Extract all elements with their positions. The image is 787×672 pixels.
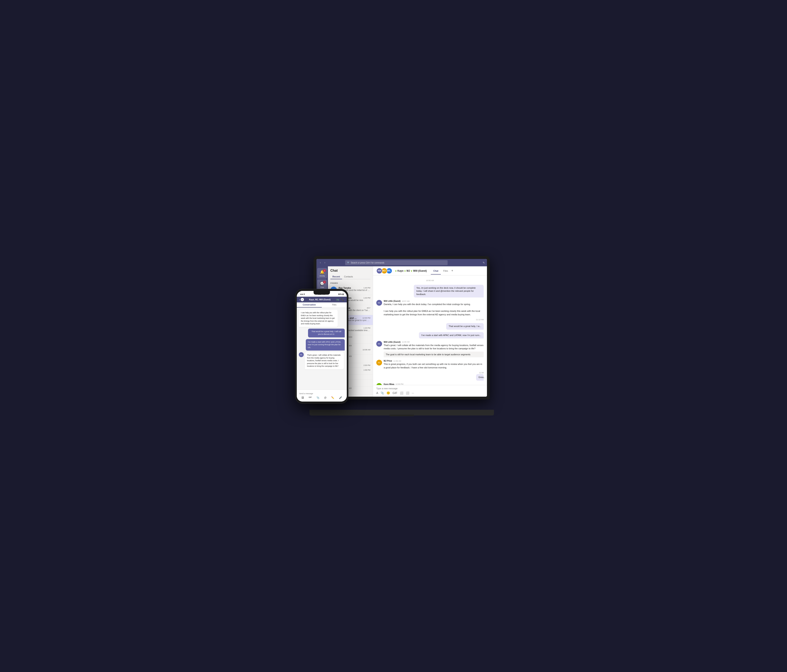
tab-chat-conv[interactable]: Chat	[431, 269, 441, 273]
will-name: Will (Guest)	[413, 270, 427, 272]
message-group-right-1158: 11:58 Grea...	[472, 372, 484, 380]
message-group-will-1100: WL Will Little (Guest) 11:00 AM That's g…	[376, 341, 484, 358]
phone-format-icon[interactable]: ✏️	[331, 396, 334, 399]
chat-timestamp: 4/17	[367, 307, 370, 309]
emoji-icon[interactable]: 🙂	[387, 391, 390, 394]
conversation-tabs: Chat Files +	[431, 269, 454, 273]
phone-message-input[interactable]	[299, 392, 344, 395]
message-text: That's great. I will collate all the mat…	[384, 344, 484, 350]
phone-image-icon[interactable]: 🖼	[302, 396, 304, 399]
message-text-2: The goal is still for each local marketi…	[384, 352, 484, 358]
phone-avatar-wl: WL	[299, 352, 304, 357]
voice-call-icon[interactable]: 📞	[341, 298, 344, 301]
video-call-icon[interactable]: 📹	[336, 298, 339, 301]
chat-timestamp: 2:00 PM	[363, 364, 370, 366]
message-header: Will Little (Guest) 10:57 AM	[384, 300, 484, 302]
input-area: A 📎 🙂 GIF ⬜ ⬜ ···	[373, 385, 487, 397]
status-dot-kayo: ●	[395, 270, 397, 272]
battery-icon: ▮	[343, 293, 343, 295]
messages-area: 10:50 AM Yes, im just working on the dec…	[373, 275, 487, 385]
phone-back-button[interactable]: ‹	[299, 298, 300, 301]
sticker-icon[interactable]: ⬜	[400, 391, 403, 394]
message-right-1112: That would be a great help, I w...	[446, 323, 484, 330]
signal-indicator: ●●●▼	[300, 293, 305, 295]
status-dot-will: ●	[411, 270, 412, 272]
message-time: 11:56 AM	[393, 360, 401, 362]
phone-at-icon[interactable]: @	[324, 396, 327, 399]
time-label-right: 11:12 AM	[376, 319, 484, 321]
avatar-kayo-conv: KM	[376, 268, 382, 274]
status-icons: 82% ▮	[338, 293, 343, 295]
unread-badge: 2	[301, 298, 304, 301]
conversation-header: KM MJ WL ● Kayo ● MJ ●	[373, 267, 487, 275]
phone-tabs: Conversation Files	[297, 302, 347, 308]
kayo-name: Kayo	[397, 270, 403, 272]
avatar-kayo-msg: KM	[376, 383, 382, 385]
back-group: ‹ 2	[299, 298, 304, 301]
chat-timestamp: 10:08 AM	[363, 349, 370, 351]
message-header: MJ Price 11:56 AM	[384, 360, 484, 362]
input-toolbar: A 📎 🙂 GIF ⬜ ⬜ ···	[376, 391, 484, 394]
time-label: 10:50 AM	[376, 279, 484, 281]
compose-icon[interactable]: ✎	[483, 261, 485, 264]
tab-contacts[interactable]: Contacts	[342, 274, 355, 279]
phone-message-text-wl: That's great. I will collate all the mat…	[305, 352, 344, 369]
participant-avatars: KM MJ WL	[376, 268, 392, 274]
message-content: MJ Price 11:56 AM This is great progress…	[384, 360, 484, 369]
more-icon[interactable]: ···	[412, 391, 414, 394]
chat-panel-header: Chat Recent Contacts	[328, 267, 373, 281]
search-bar[interactable]: 🔍 Search or press Ctrl+/ for commands	[345, 260, 447, 265]
chat-badge: 1	[323, 281, 326, 284]
gif-icon[interactable]: GIF	[392, 391, 397, 394]
chat-tabs: Recent Contacts	[330, 274, 370, 279]
meetingnote-icon[interactable]: ⬜	[406, 391, 409, 394]
chat-timestamp: 1:58 PM	[363, 369, 370, 371]
phone-message-right-2: I've made a start with APAC and LATAM, n…	[306, 339, 345, 351]
message-right-latam: I've made a start with APAC and LATAM, n…	[419, 332, 484, 338]
message-group-mj-1156: MJ MJ Price 11:56 AM This is great progr…	[376, 360, 484, 369]
message-time: 10:57 AM	[402, 300, 409, 302]
back-arrow[interactable]: ‹	[319, 261, 322, 265]
forward-arrow[interactable]: ›	[323, 261, 327, 265]
phone-notch	[314, 291, 330, 295]
nav-arrows: ‹ ›	[319, 261, 327, 265]
phone-tab-files[interactable]: Files	[322, 302, 347, 308]
chat-timestamp: 1:20 PM	[363, 327, 370, 329]
phone-message-left-user: WL That's great. I will collate all the …	[299, 352, 345, 369]
activity-badge: 2	[323, 269, 326, 272]
phone-toolbar: 🖼 GIF 📎 @ ✏️ 🎤	[299, 395, 344, 400]
attach-icon[interactable]: 📎	[381, 391, 384, 394]
phone-message-left-1: I can help you with the rollout plan for…	[299, 310, 338, 327]
sidebar-item-label: Activity	[319, 275, 325, 277]
message-input[interactable]	[376, 387, 484, 390]
avatar-will-msg: WL	[376, 300, 382, 306]
phone-mic-icon[interactable]: 🎤	[339, 396, 342, 399]
phone-action-icons: 📹 📞	[336, 298, 344, 301]
phone-tab-conversation[interactable]: Conversation	[297, 302, 322, 308]
message-content: Will Little (Guest) 10:57 AM Daniela, I …	[384, 300, 484, 316]
conversation-area: KM MJ WL ● Kayo ● MJ ●	[373, 267, 487, 397]
message-group-will-1057: WL Will Little (Guest) 10:57 AM Daniela,…	[376, 300, 484, 316]
phone-attach-icon[interactable]: 📎	[316, 396, 319, 399]
message-text: This is great progress, if you both can …	[384, 363, 484, 369]
sender-name: Will Little (Guest)	[384, 341, 400, 343]
message-right-1158: Grea...	[476, 374, 484, 380]
status-dot-mj: ●	[405, 270, 406, 272]
format-icon[interactable]: A	[376, 391, 378, 394]
sidebar-item-chat[interactable]: 💬 Chat 1	[317, 279, 327, 290]
add-tab-button[interactable]: +	[450, 269, 454, 273]
chat-timestamp: 12:00 PM	[362, 317, 370, 319]
phone-chat-title: Kayo, MJ, Will (Guest)	[305, 298, 335, 301]
tab-files-conv[interactable]: Files	[441, 269, 450, 273]
search-placeholder: Search or press Ctrl+/ for commands	[351, 262, 384, 264]
participant-names: ● Kayo ● MJ ● Will (Guest)	[395, 270, 427, 272]
message-time: 11:00 AM	[402, 341, 409, 343]
phone-message-right-1: That would be a great help, I will call …	[308, 329, 345, 338]
phone-messages: I can help you with the rollout plan for…	[297, 308, 347, 390]
sidebar-item-activity[interactable]: 🔔 Activity 2	[317, 268, 327, 279]
tab-recent[interactable]: Recent	[330, 274, 342, 279]
phone-gif-icon[interactable]: GIF	[309, 396, 312, 399]
message-header: Will Little (Guest) 11:00 AM	[384, 341, 484, 343]
chat-panel-title: Chat	[330, 269, 370, 273]
message-text: Daniela, I can help you with the deck to…	[384, 303, 484, 316]
